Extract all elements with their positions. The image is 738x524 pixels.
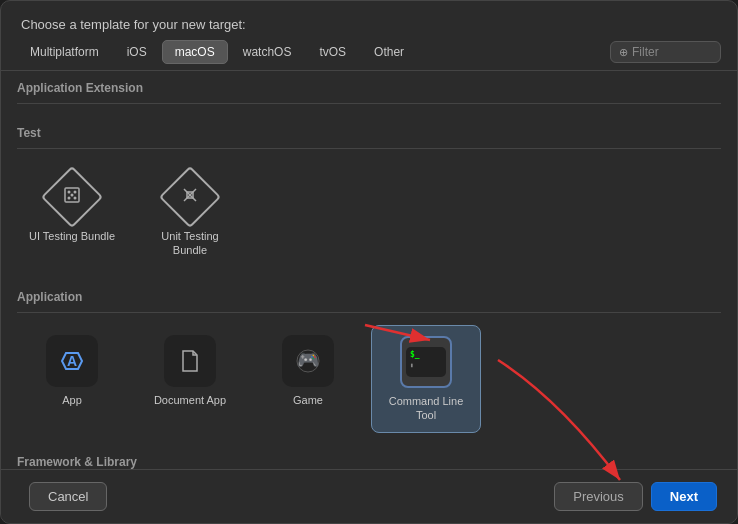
- cancel-button[interactable]: Cancel: [29, 482, 107, 511]
- tab-watchos[interactable]: watchOS: [230, 40, 305, 64]
- previous-button[interactable]: Previous: [554, 482, 643, 511]
- terminal-prompt: $_: [410, 350, 442, 359]
- section-header-appextension: Application Extension: [17, 71, 721, 104]
- game-label: Game: [293, 393, 323, 407]
- tab-tvos[interactable]: tvOS: [306, 40, 359, 64]
- section-header-framework: Framework & Library: [17, 445, 721, 469]
- filter-box[interactable]: ⊕: [610, 41, 721, 63]
- tabs-bar: Multiplatform iOS macOS watchOS tvOS Oth…: [1, 40, 737, 71]
- ui-testing-icon-wrap: [46, 171, 98, 223]
- section-header-test: Test: [17, 116, 721, 149]
- app-icon: A: [46, 335, 98, 387]
- tab-multiplatform[interactable]: Multiplatform: [17, 40, 112, 64]
- svg-text:🎮: 🎮: [297, 349, 320, 371]
- tab-ios[interactable]: iOS: [114, 40, 160, 64]
- tab-other[interactable]: Other: [361, 40, 417, 64]
- svg-point-1: [68, 191, 71, 194]
- unit-testing-icon: [159, 166, 221, 228]
- svg-point-4: [74, 197, 77, 200]
- application-items-grid: A App Document App: [17, 325, 721, 446]
- svg-point-2: [74, 191, 77, 194]
- section-header-application: Application: [17, 280, 721, 313]
- next-button[interactable]: Next: [651, 482, 717, 511]
- document-app-label: Document App: [154, 393, 226, 407]
- terminal-screen: $_ ▮: [406, 347, 446, 377]
- ui-testing-icon: [41, 166, 103, 228]
- item-document-app[interactable]: Document App: [135, 325, 245, 434]
- template-dialog: Choose a template for your new target: M…: [0, 0, 738, 524]
- item-unit-testing[interactable]: Unit Testing Bundle: [135, 161, 245, 268]
- item-ui-testing[interactable]: UI Testing Bundle: [17, 161, 127, 268]
- app-label: App: [62, 393, 82, 407]
- footer: Cancel Previous Next: [1, 469, 737, 523]
- command-line-label: Command Line Tool: [380, 394, 472, 423]
- dialog-title: Choose a template for your new target:: [1, 1, 737, 40]
- content-area: Application Extension Test: [1, 71, 737, 469]
- footer-left: Cancel: [21, 482, 546, 511]
- item-app[interactable]: A App: [17, 325, 127, 434]
- filter-icon: ⊕: [619, 46, 628, 59]
- unit-testing-label: Unit Testing Bundle: [143, 229, 237, 258]
- test-items-grid: UI Testing Bundle: [17, 161, 721, 280]
- ui-testing-label: UI Testing Bundle: [29, 229, 115, 243]
- svg-point-5: [71, 194, 74, 197]
- ui-testing-icon-inner: [62, 185, 82, 209]
- unit-testing-icon-wrap: [164, 171, 216, 223]
- svg-text:A: A: [67, 353, 77, 369]
- filter-input[interactable]: [632, 45, 712, 59]
- tab-macos[interactable]: macOS: [162, 40, 228, 64]
- game-icon: 🎮: [282, 335, 334, 387]
- terminal-prompt2: ▮: [410, 361, 442, 368]
- item-command-line[interactable]: $_ ▮ Command Line Tool: [371, 325, 481, 434]
- svg-point-3: [68, 197, 71, 200]
- command-line-icon: $_ ▮: [400, 336, 452, 388]
- document-app-icon: [164, 335, 216, 387]
- item-game[interactable]: 🎮 Game: [253, 325, 363, 434]
- unit-testing-icon-inner: [180, 185, 200, 209]
